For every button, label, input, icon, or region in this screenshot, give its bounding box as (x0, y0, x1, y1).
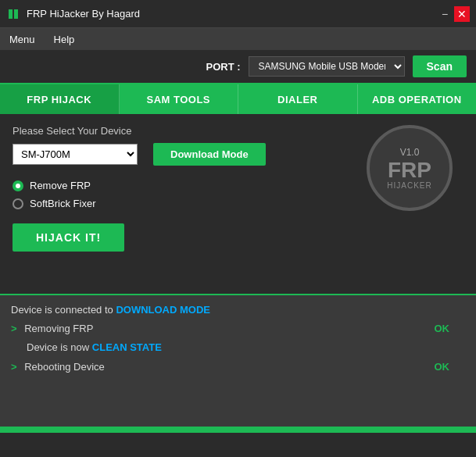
app-icon (6, 7, 20, 21)
tab-sam-tools[interactable]: SAM TOOLS (120, 84, 239, 114)
title-bar-text: FRP HiJacker By Hagard (27, 8, 437, 20)
log-line-3: Device is now CLEAN STATE (11, 341, 453, 355)
log-area: Device is connected to DOWNLOAD MODE > R… (0, 294, 476, 427)
menu-bar: Menu Help (0, 28, 476, 50)
log-arrow-1: > (11, 323, 17, 334)
log-text-connected: Device is connected to (11, 304, 116, 316)
minimize-button[interactable]: − (437, 6, 453, 22)
log-text-rebooting: Rebooting Device (24, 361, 105, 373)
frp-badge: V1.0 FRP HIJACKER (367, 125, 453, 211)
log-arrow-2: > (11, 361, 17, 373)
tab-dialer[interactable]: DIALER (238, 84, 358, 114)
tab-adb-operation[interactable]: ADB OPERATION (358, 84, 477, 114)
tab-bar: FRP HIJACK SAM TOOLS DIALER ADB OPERATIO… (0, 84, 476, 114)
tab-frp-hijack[interactable]: FRP HIJACK (0, 84, 120, 114)
log-ok-1: OK (435, 322, 450, 336)
log-line-4: > Rebooting Device OK (11, 360, 453, 374)
port-bar: PORT : SAMSUNG Mobile USB Modem # Scan (0, 50, 476, 84)
log-scroll-container[interactable]: Device is connected to DOWNLOAD MODE > R… (11, 303, 465, 419)
log-ok-2: OK (435, 360, 450, 374)
close-button[interactable]: ✕ (454, 6, 470, 22)
radio-dot-remove-frp (13, 180, 23, 191)
log-line-2: > Removing FRP OK (11, 322, 453, 336)
device-select[interactable]: SM-J700M (13, 144, 138, 165)
port-select[interactable]: SAMSUNG Mobile USB Modem # (249, 56, 405, 77)
scan-button[interactable]: Scan (413, 55, 467, 77)
radio-dot-softbrick-fixer (13, 198, 23, 209)
radio-label-remove-frp: Remove FRP (30, 180, 91, 191)
frp-badge-version: V1.0 (400, 147, 420, 158)
log-highlight-clean-state: CLEAN STATE (92, 341, 162, 353)
download-mode-button[interactable]: Download Mode (153, 143, 266, 166)
frp-badge-frp: FRP (388, 159, 431, 181)
radio-label-softbrick-fixer: SoftBrick Fixer (30, 198, 96, 209)
frp-badge-hijacker: HIJACKER (387, 181, 431, 190)
svg-rect-1 (14, 9, 18, 19)
menu-item-help[interactable]: Help (51, 32, 78, 47)
title-bar: FRP HiJacker By Hagard − ✕ (0, 0, 476, 28)
log-line-1: Device is connected to DOWNLOAD MODE (11, 303, 453, 317)
log-highlight-download-mode: DOWNLOAD MODE (116, 304, 210, 316)
hijack-button[interactable]: HIJACK IT! (13, 223, 124, 252)
main-content: Please Select Your Device SM-J700M Downl… (0, 114, 476, 294)
title-bar-controls: − ✕ (437, 6, 470, 22)
bottom-bar (0, 427, 476, 433)
menu-item-menu[interactable]: Menu (6, 32, 38, 47)
log-text-removing: Removing FRP (24, 323, 93, 334)
svg-rect-0 (9, 9, 13, 19)
port-label: PORT : (206, 61, 240, 73)
log-text-device-now: Device is now (27, 341, 92, 353)
